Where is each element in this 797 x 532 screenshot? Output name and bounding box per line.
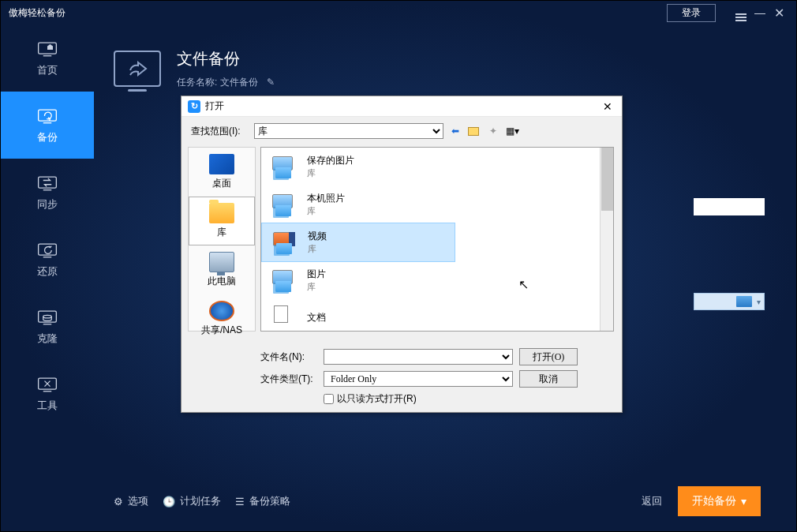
lookin-label: 查找范围(I): xyxy=(191,125,249,138)
sidebar-item-sync[interactable]: 同步 xyxy=(1,159,94,226)
dialog-titlebar: 打开 ✕ xyxy=(181,96,622,117)
library-pictures-icon xyxy=(269,155,297,178)
start-label: 开始备份 xyxy=(692,494,736,508)
sidebar-item-clone[interactable]: 克隆 xyxy=(1,293,94,360)
place-label: 共享/NAS xyxy=(201,324,242,337)
schedule-label: 计划任务 xyxy=(180,494,221,508)
task-name: 文件备份 xyxy=(220,77,258,88)
svg-rect-4 xyxy=(39,177,57,188)
view-menu-icon[interactable]: ▦▾ xyxy=(505,124,519,138)
cancel-button[interactable]: 取消 xyxy=(519,370,578,388)
place-network[interactable]: 共享/NAS xyxy=(189,294,255,343)
strategy-label: 备份策略 xyxy=(249,494,290,508)
options-link[interactable]: ⚙ 选项 xyxy=(114,494,148,508)
nav-new-folder-icon[interactable]: ✦ xyxy=(486,124,500,138)
dialog-title: 打开 xyxy=(205,99,600,113)
file-name: 本机照片 xyxy=(307,192,345,205)
minimize-icon[interactable]: — xyxy=(750,6,769,19)
app-title: 傲梅轻松备份 xyxy=(9,6,667,20)
readonly-label: 以只读方式打开(R) xyxy=(337,392,417,406)
sidebar-item-label: 还原 xyxy=(37,264,58,279)
network-icon xyxy=(209,301,234,321)
app-icon xyxy=(188,100,200,113)
sidebar-item-tools[interactable]: 工具 xyxy=(1,360,94,427)
list-item[interactable]: 视频库 xyxy=(261,223,455,262)
share-icon xyxy=(114,51,161,87)
library-pictures-icon xyxy=(269,193,297,216)
list-item[interactable]: 文档 xyxy=(261,299,613,332)
start-backup-button[interactable]: 开始备份 ▾ xyxy=(678,486,761,516)
library-videos-icon xyxy=(270,230,298,254)
file-type: 库 xyxy=(307,167,354,179)
schedule-link[interactable]: 🕒 计划任务 xyxy=(163,494,221,508)
gear-icon: ⚙ xyxy=(114,496,123,508)
titlebar: 傲梅轻松备份 登录 — ✕ xyxy=(1,1,796,24)
sidebar-item-label: 克隆 xyxy=(37,332,58,346)
list-item[interactable]: 本机照片库 xyxy=(261,185,613,223)
filename-input[interactable] xyxy=(324,349,513,365)
nav-up-icon[interactable] xyxy=(467,124,481,138)
sidebar-item-label: 同步 xyxy=(37,197,58,212)
file-name: 视频 xyxy=(308,230,327,243)
sidebar-item-backup[interactable]: 备份 xyxy=(1,92,94,159)
sidebar-item-label: 首页 xyxy=(37,63,58,77)
lookin-row: 查找范围(I): 库 ⬅ ✦ ▦▾ xyxy=(181,117,622,144)
options-label: 选项 xyxy=(128,494,148,508)
readonly-checkbox[interactable] xyxy=(324,394,334,404)
desktop-icon xyxy=(209,154,234,174)
close-icon[interactable]: ✕ xyxy=(769,6,788,21)
place-libraries[interactable]: 库 xyxy=(189,197,255,245)
app-window: 傲梅轻松备份 登录 — ✕ 首页 备份 同步 还原 克隆 工具 xyxy=(0,0,797,532)
list-icon: ☰ xyxy=(235,496,245,508)
menu-icon[interactable] xyxy=(732,5,750,21)
place-label: 此电脑 xyxy=(208,275,236,288)
close-icon[interactable]: ✕ xyxy=(600,100,616,113)
libraries-icon xyxy=(209,203,234,223)
clock-icon: 🕒 xyxy=(163,496,175,508)
task-row: 任务名称: 文件备份 ✎ xyxy=(177,76,275,89)
page-header: 文件备份 任务名称: 文件备份 ✎ xyxy=(114,48,761,89)
file-name: 保存的图片 xyxy=(307,154,354,167)
sidebar-item-label: 工具 xyxy=(37,399,58,413)
destination-browse-partial[interactable]: ▾ xyxy=(694,293,765,310)
destination-field-partial[interactable] xyxy=(694,198,765,215)
library-documents-icon xyxy=(269,305,297,329)
filetype-select[interactable]: Folder Only xyxy=(324,371,513,387)
lookin-select[interactable]: 库 xyxy=(254,123,443,139)
open-button[interactable]: 打开(O) xyxy=(519,348,578,365)
file-open-dialog: 打开 ✕ 查找范围(I): 库 ⬅ ✦ ▦▾ 桌面 xyxy=(181,96,623,413)
nav-back-icon[interactable]: ⬅ xyxy=(448,124,462,138)
dialog-body: 查找范围(I): 库 ⬅ ✦ ▦▾ 桌面 库 xyxy=(181,117,622,412)
scroll-thumb[interactable] xyxy=(601,148,613,211)
file-type: 库 xyxy=(307,281,326,293)
login-button[interactable]: 登录 xyxy=(667,4,716,22)
file-name: 文档 xyxy=(307,311,326,324)
filetype-label: 文件类型(T): xyxy=(260,373,317,386)
page-title: 文件备份 xyxy=(177,48,275,69)
place-desktop[interactable]: 桌面 xyxy=(189,148,255,197)
svg-point-10 xyxy=(43,315,52,318)
strategy-link[interactable]: ☰ 备份策略 xyxy=(235,494,290,508)
computer-icon xyxy=(209,252,234,272)
places-bar: 桌面 库 此电脑 共享/NAS xyxy=(188,147,256,332)
scrollbar[interactable] xyxy=(600,148,613,331)
place-thispc[interactable]: 此电脑 xyxy=(189,245,255,294)
footer: ⚙ 选项 🕒 计划任务 ☰ 备份策略 返回 开始备份 ▾ xyxy=(94,487,780,515)
list-item[interactable]: 保存的图片库 xyxy=(261,148,613,185)
file-type: 库 xyxy=(307,205,345,217)
edit-icon[interactable]: ✎ xyxy=(267,77,275,88)
place-label: 桌面 xyxy=(212,177,231,190)
list-item[interactable]: 图片库 xyxy=(261,261,613,299)
sidebar-item-restore[interactable]: 还原 xyxy=(1,226,94,293)
file-type: 库 xyxy=(308,243,327,255)
file-list[interactable]: 保存的图片库 本机照片库 视频库 图片库 文档 xyxy=(260,147,614,332)
sidebar: 首页 备份 同步 还原 克隆 工具 xyxy=(1,24,94,476)
place-label: 库 xyxy=(217,226,226,239)
task-label: 任务名称: xyxy=(177,77,217,88)
chevron-down-icon: ▾ xyxy=(741,495,746,508)
dialog-bottom: 文件名(N): 打开(O) 文件类型(T): Folder Only 取消 以只… xyxy=(260,348,614,406)
back-button[interactable]: 返回 xyxy=(642,494,662,508)
sidebar-item-label: 备份 xyxy=(37,130,58,144)
folder-icon xyxy=(736,296,752,307)
sidebar-item-home[interactable]: 首页 xyxy=(1,24,94,92)
